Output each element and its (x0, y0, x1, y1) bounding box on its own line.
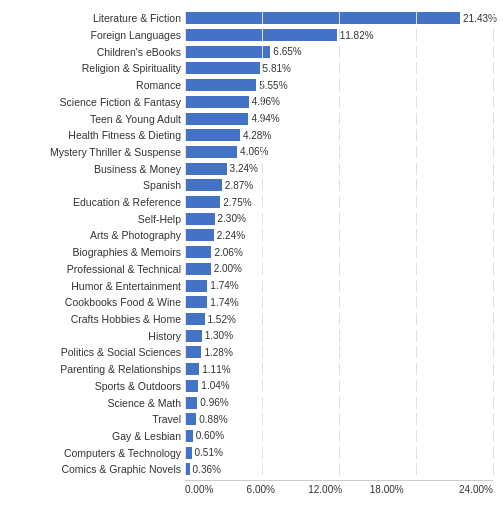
bar-container: 0.88% (185, 413, 493, 425)
bar (185, 79, 256, 91)
bar-label-text: Biographies & Memoirs (10, 246, 185, 258)
x-axis-tick: 6.00% (247, 484, 309, 495)
bar-container: 1.74% (185, 280, 493, 292)
grid-line (339, 196, 340, 208)
bar-value-label: 2.24% (217, 230, 245, 241)
grid-line (185, 330, 186, 342)
bar-value-label: 5.81% (263, 63, 291, 74)
bar-value-label: 2.00% (214, 263, 242, 274)
bar-row: Literature & Fiction21.43% (10, 10, 493, 26)
bar-container: 1.11% (185, 363, 493, 375)
grid-line (185, 146, 186, 158)
grid-line (416, 179, 417, 191)
grid-line (416, 280, 417, 292)
grid-line (416, 12, 417, 24)
bar (185, 363, 199, 375)
bar-label-text: Spanish (10, 179, 185, 191)
bar-label-text: Arts & Photography (10, 229, 185, 241)
grid-line (416, 246, 417, 258)
grid-line (185, 346, 186, 358)
bar-container: 1.04% (185, 380, 493, 392)
bar-label-text: Cookbooks Food & Wine (10, 296, 185, 308)
bar (185, 62, 260, 74)
grid-line (185, 296, 186, 308)
grid-line (416, 346, 417, 358)
bar (185, 330, 202, 342)
grid-line (339, 413, 340, 425)
bar-row: Children's eBooks6.65% (10, 44, 493, 60)
grid-line (493, 179, 494, 191)
bar-container: 3.24% (185, 163, 493, 175)
bar-container: 2.00% (185, 263, 493, 275)
grid-line (339, 296, 340, 308)
bar-value-label: 5.55% (259, 80, 287, 91)
bar (185, 12, 460, 24)
bar-value-label: 4.96% (252, 96, 280, 107)
bar-value-label: 1.28% (204, 347, 232, 358)
bar (185, 163, 227, 175)
grid-line (185, 129, 186, 141)
bar-label-text: Children's eBooks (10, 46, 185, 58)
grid-line (339, 146, 340, 158)
x-axis-tick: 12.00% (308, 484, 370, 495)
grid-line (262, 430, 263, 442)
bar (185, 129, 240, 141)
grid-line (416, 196, 417, 208)
bar-value-label: 0.88% (199, 414, 227, 425)
grid-line (185, 196, 186, 208)
bar-row: Business & Money3.24% (10, 161, 493, 177)
grid-line (493, 346, 494, 358)
bar-row: Cookbooks Food & Wine1.74% (10, 294, 493, 310)
bar-container: 2.87% (185, 179, 493, 191)
grid-line (185, 263, 186, 275)
grid-line (185, 246, 186, 258)
bar (185, 397, 197, 409)
bar-value-label: 4.28% (243, 130, 271, 141)
grid-line (185, 96, 186, 108)
bar (185, 346, 201, 358)
bar-label-text: Parenting & Relationships (10, 363, 185, 375)
bar-container: 2.06% (185, 246, 493, 258)
grid-line (493, 46, 494, 58)
grid-line (416, 146, 417, 158)
grid-line (493, 463, 494, 475)
grid-line (416, 363, 417, 375)
bar-container: 1.52% (185, 313, 493, 325)
bar-row: Sports & Outdoors1.04% (10, 378, 493, 394)
grid-line (262, 79, 263, 91)
grid-line (339, 246, 340, 258)
grid-line (339, 397, 340, 409)
bar-label-text: Health Fitness & Dieting (10, 129, 185, 141)
grid-line (339, 363, 340, 375)
grid-line (416, 213, 417, 225)
bar-row: Mystery Thriller & Suspense4.06% (10, 144, 493, 160)
grid-line (339, 163, 340, 175)
bar-container: 4.06% (185, 146, 493, 158)
grid-line (493, 129, 494, 141)
bar (185, 213, 215, 225)
bar (185, 229, 214, 241)
grid-line (185, 179, 186, 191)
bar-value-label: 4.06% (240, 146, 268, 157)
grid-line (416, 430, 417, 442)
grid-line (262, 447, 263, 459)
grid-line (339, 313, 340, 325)
bar (185, 296, 207, 308)
bar-row: Parenting & Relationships1.11% (10, 361, 493, 377)
bar-row: Self-Help2.30% (10, 211, 493, 227)
bar-label-text: Professional & Technical (10, 263, 185, 275)
grid-line (339, 463, 340, 475)
bar-value-label: 1.74% (210, 297, 238, 308)
bar (185, 313, 205, 325)
bar-container: 4.96% (185, 96, 493, 108)
grid-line (185, 430, 186, 442)
bar-container: 1.28% (185, 346, 493, 358)
grid-line (339, 46, 340, 58)
bar-row: Crafts Hobbies & Home1.52% (10, 311, 493, 327)
bar-value-label: 11.82% (340, 30, 374, 41)
bar (185, 46, 270, 58)
grid-line (416, 397, 417, 409)
grid-line (262, 363, 263, 375)
bar-label-text: History (10, 330, 185, 342)
grid-line (339, 179, 340, 191)
